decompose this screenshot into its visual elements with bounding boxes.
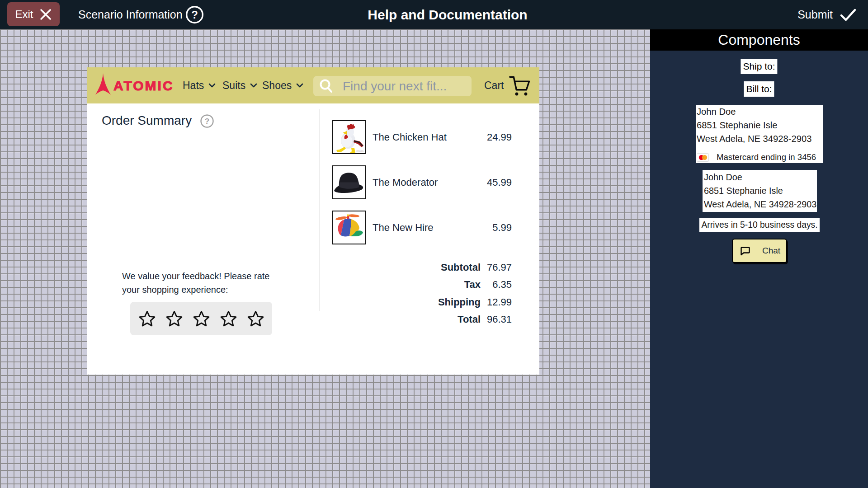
svg-text:?: ?: [191, 9, 198, 21]
svg-text:?: ?: [205, 117, 209, 126]
svg-text:©2019: ©2019: [356, 150, 363, 153]
